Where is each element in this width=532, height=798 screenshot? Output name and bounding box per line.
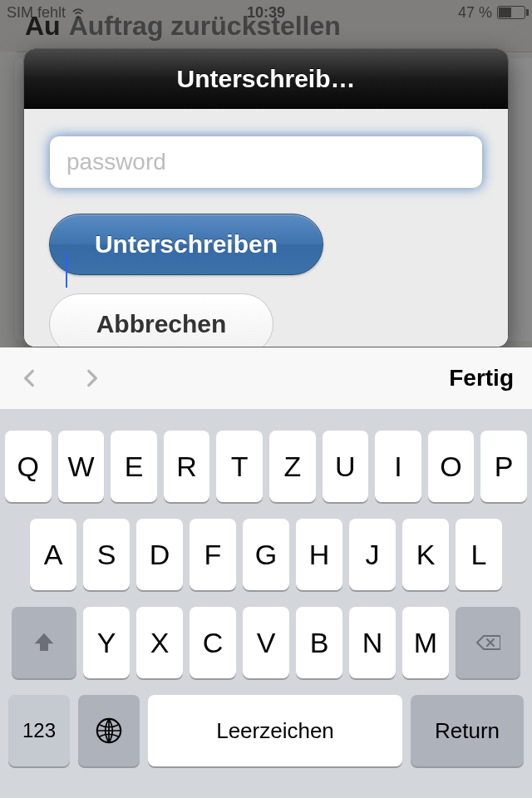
shift-icon — [32, 630, 57, 655]
battery-icon — [497, 6, 525, 19]
keyboard-done-button[interactable]: Fertig — [449, 365, 514, 392]
status-battery-pct: 47 % — [458, 4, 492, 22]
key-m[interactable]: M — [402, 607, 449, 678]
space-key[interactable]: Leerzeichen — [148, 695, 402, 766]
key-c[interactable]: C — [190, 607, 236, 678]
numbers-key[interactable]: 123 — [8, 695, 70, 766]
key-j[interactable]: J — [349, 519, 396, 590]
keyboard-accessory-bar: Fertig — [0, 347, 532, 409]
key-a[interactable]: A — [30, 519, 76, 590]
key-h[interactable]: H — [296, 519, 342, 590]
key-f[interactable]: F — [190, 519, 236, 590]
previous-field-icon[interactable] — [18, 367, 40, 389]
sign-modal: Unterschreib… Unterschreiben Abbrechen — [23, 48, 509, 347]
key-o[interactable]: O — [428, 431, 475, 502]
software-keyboard: QWERTZUIOP ASDFGHJKL YXCVBNM 123 Leerzei… — [0, 409, 532, 798]
key-k[interactable]: K — [402, 519, 449, 590]
cancel-button[interactable]: Abbrechen — [49, 293, 273, 347]
cancel-button-label: Abbrechen — [96, 310, 227, 338]
key-z[interactable]: Z — [269, 431, 316, 502]
key-r[interactable]: R — [164, 431, 210, 502]
password-input[interactable] — [49, 135, 483, 189]
globe-key[interactable] — [78, 695, 140, 766]
space-key-label: Leerzeichen — [216, 718, 334, 744]
wifi-icon — [71, 7, 86, 18]
key-s[interactable]: S — [83, 519, 130, 590]
key-p[interactable]: P — [480, 431, 527, 502]
numbers-key-label: 123 — [22, 719, 56, 742]
key-l[interactable]: L — [456, 519, 502, 590]
status-time: 10:39 — [247, 4, 285, 22]
key-x[interactable]: X — [136, 607, 183, 678]
key-i[interactable]: I — [375, 431, 421, 502]
key-b[interactable]: B — [296, 607, 342, 678]
key-d[interactable]: D — [136, 519, 183, 590]
backspace-icon — [475, 630, 500, 655]
key-t[interactable]: T — [216, 431, 263, 502]
key-y[interactable]: Y — [83, 607, 130, 678]
sign-button-label: Unterschreiben — [95, 230, 278, 259]
key-n[interactable]: N — [349, 607, 396, 678]
shift-key[interactable] — [12, 607, 76, 678]
key-u[interactable]: U — [323, 431, 369, 502]
key-g[interactable]: G — [243, 519, 289, 590]
backspace-key[interactable] — [456, 607, 520, 678]
key-e[interactable]: E — [111, 431, 157, 502]
sign-button[interactable]: Unterschreiben — [49, 214, 323, 275]
status-sim-text: SIM fehlt — [7, 4, 66, 22]
status-bar: SIM fehlt 10:39 47 % — [0, 0, 532, 25]
modal-title: Unterschreib… — [24, 49, 508, 109]
key-w[interactable]: W — [58, 431, 105, 502]
text-cursor — [66, 253, 67, 288]
key-q[interactable]: Q — [5, 431, 52, 502]
globe-icon — [95, 717, 123, 745]
next-field-icon[interactable] — [81, 367, 103, 389]
keyboard-done-label: Fertig — [449, 365, 514, 391]
return-key[interactable]: Return — [411, 695, 524, 766]
key-v[interactable]: V — [243, 607, 289, 678]
return-key-label: Return — [435, 718, 500, 744]
